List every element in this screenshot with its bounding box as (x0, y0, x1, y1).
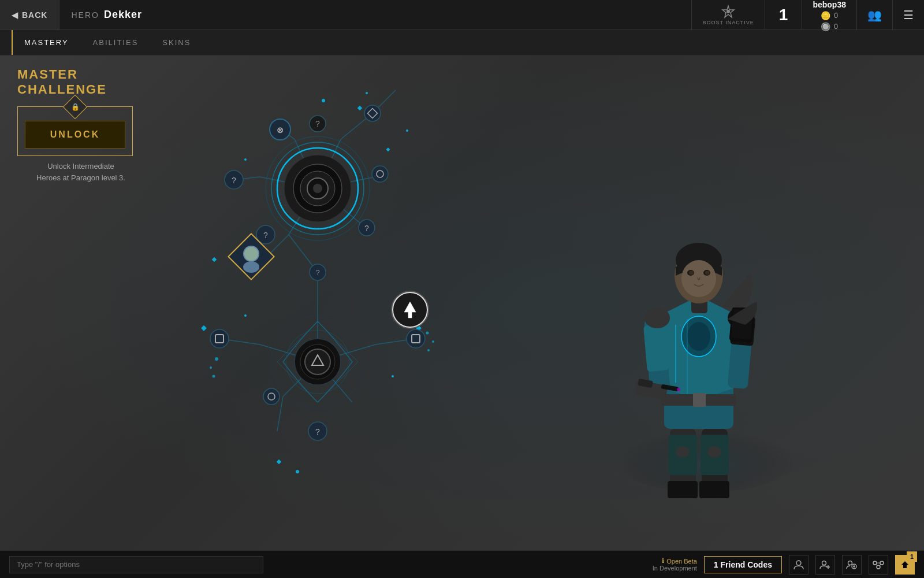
chat-input-container[interactable] (9, 556, 263, 573)
lock-diamond: 🔒 (63, 95, 87, 119)
svg-point-34 (244, 314, 247, 317)
hero-character (554, 111, 878, 550)
silver-stat: 🔘 0 (821, 22, 838, 31)
svg-rect-25 (212, 257, 217, 262)
sub-nav-bar: MASTERY ABILITIES SKINS (0, 30, 924, 55)
main-content: MASTER CHALLENGE 🔒 UNLOCK Unlock Interme… (0, 55, 924, 550)
gold-icon: 🪙 (821, 11, 830, 20)
tab-abilities[interactable]: ABILITIES (80, 30, 150, 55)
svg-point-36 (296, 470, 299, 473)
svg-rect-23 (357, 106, 362, 110)
tab-mastery[interactable]: MASTERY (12, 30, 80, 55)
unlock-desc-line1: Unlock Intermediate (47, 162, 114, 171)
svg-point-119 (681, 260, 716, 297)
svg-point-44 (313, 184, 322, 193)
master-challenge-title: MASTER CHALLENGE (17, 67, 144, 97)
svg-point-128 (848, 561, 852, 565)
svg-point-84 (210, 366, 212, 369)
right-nav: BOOST INACTIVE 1 bebop38 🪙 0 🔘 0 👥 ☰ (691, 0, 924, 29)
svg-point-88 (427, 349, 430, 351)
svg-marker-138 (901, 561, 908, 568)
player-level: 1 (765, 0, 802, 29)
svg-point-124 (796, 561, 801, 565)
open-beta-label: ℹ Open Beta (662, 557, 697, 565)
level-value: 1 (779, 6, 788, 24)
top-nav-bar: ◀ BACK HERO Dekker BOOST INACTIVE 1 bebo… (0, 0, 924, 30)
chat-input[interactable] (17, 560, 256, 569)
hero-prefix: HERO (59, 10, 103, 20)
friends-section: 👥 (856, 0, 892, 29)
lock-icon: 🔒 (71, 103, 80, 111)
back-button[interactable]: ◀ BACK (0, 0, 59, 29)
svg-point-96 (676, 446, 690, 458)
svg-point-87 (432, 340, 434, 343)
svg-point-133 (880, 561, 884, 565)
svg-point-35 (392, 375, 394, 377)
add-friend-button[interactable] (815, 555, 835, 575)
svg-rect-28 (277, 460, 281, 464)
svg-line-137 (880, 564, 881, 566)
gold-count: 0 (834, 12, 838, 20)
info-icon: ℹ (662, 557, 664, 565)
svg-text:?: ? (315, 119, 320, 128)
svg-point-30 (406, 129, 408, 132)
menu-button[interactable]: ☰ (903, 8, 914, 22)
tab-skins[interactable]: SKINS (150, 30, 202, 55)
svg-point-81 (263, 388, 280, 405)
svg-rect-95 (699, 481, 729, 498)
user-section: bebop38 🪙 0 🔘 0 (802, 0, 856, 29)
svg-point-108 (677, 388, 680, 391)
svg-point-32 (366, 92, 368, 94)
unlock-desc-line2: Heroes at Paragon level 3. (36, 173, 125, 182)
silver-count: 0 (834, 23, 838, 31)
svg-text:?: ? (232, 176, 236, 185)
svg-rect-94 (668, 481, 698, 498)
svg-rect-102 (693, 393, 706, 407)
svg-point-59 (364, 105, 381, 121)
silver-icon: 🔘 (821, 22, 830, 31)
svg-point-61 (372, 166, 388, 182)
left-panel: MASTER CHALLENGE 🔒 UNLOCK Unlock Interme… (17, 67, 144, 183)
back-label: BACK (22, 10, 47, 20)
boost-label: BOOST INACTIVE (702, 20, 754, 25)
social-button[interactable] (869, 555, 888, 575)
svg-text:?: ? (364, 224, 369, 233)
unlock-box: 🔒 UNLOCK (17, 106, 133, 156)
boost-section: BOOST INACTIVE (691, 0, 764, 29)
svg-rect-104 (643, 324, 669, 372)
svg-point-31 (244, 158, 247, 161)
svg-point-100 (687, 322, 710, 351)
svg-point-132 (873, 561, 877, 565)
hero-name: Dekker (104, 9, 142, 21)
username: bebop38 (813, 0, 846, 9)
svg-point-71 (243, 261, 259, 273)
boost-icon (721, 5, 735, 18)
open-beta-badge: ℹ Open Beta In Development (653, 557, 697, 572)
svg-point-83 (215, 357, 218, 361)
svg-point-85 (213, 375, 215, 378)
svg-point-75 (210, 329, 229, 348)
bottom-right-controls: ℹ Open Beta In Development 1 Friend Code… (653, 555, 915, 575)
svg-line-136 (876, 564, 878, 566)
menu-section: ☰ (892, 0, 924, 29)
svg-point-1 (726, 10, 730, 13)
svg-point-97 (707, 446, 721, 458)
party-icon-button[interactable] (789, 555, 808, 575)
unlock-button[interactable]: UNLOCK (25, 121, 125, 149)
svg-rect-24 (386, 147, 390, 151)
version-badge: 1 (907, 551, 917, 562)
friends-button[interactable]: 👥 (867, 8, 882, 22)
svg-point-125 (822, 561, 826, 565)
bottom-bar: ℹ Open Beta In Development 1 Friend Code… (0, 550, 924, 578)
svg-text:⊗: ⊗ (277, 125, 284, 135)
svg-text:?: ? (263, 231, 268, 240)
svg-point-123 (705, 271, 710, 275)
invite-button[interactable] (842, 555, 862, 575)
back-arrow-icon: ◀ (12, 10, 18, 20)
svg-point-122 (689, 271, 694, 275)
skins-tab-label: SKINS (162, 38, 191, 47)
friend-codes-button[interactable]: 1 Friend Codes (704, 556, 782, 573)
abilities-tab-label: ABILITIES (93, 38, 139, 47)
svg-point-29 (322, 99, 325, 102)
svg-text:?: ? (315, 427, 320, 436)
